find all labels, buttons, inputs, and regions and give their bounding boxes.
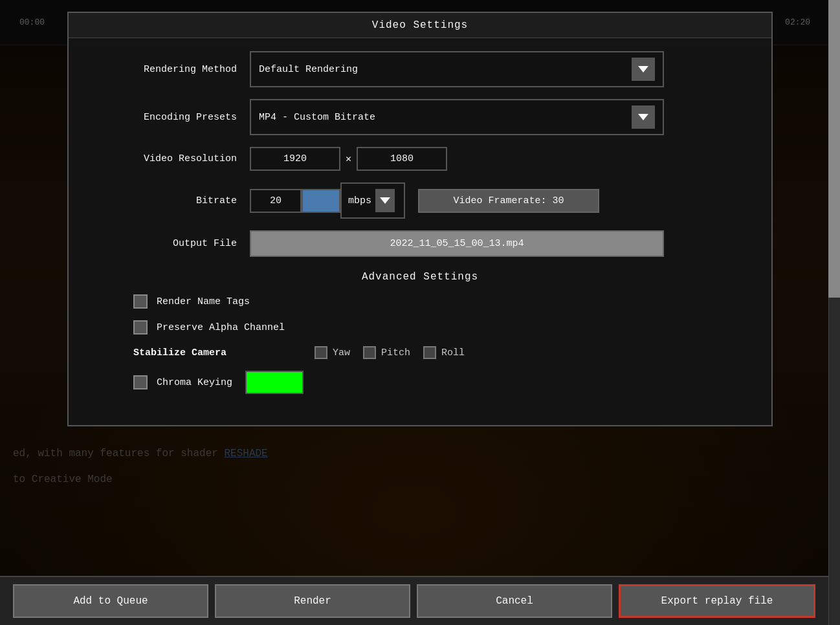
- chroma-keying-checkbox[interactable]: [133, 375, 148, 389]
- video-resolution-control: ✕: [250, 147, 746, 171]
- bitrate-unit-arrow[interactable]: [375, 189, 395, 212]
- scrollbar-thumb[interactable]: [828, 0, 840, 298]
- resolution-width-input[interactable]: [250, 147, 340, 171]
- rendering-method-row: Rendering Method Default Rendering: [94, 51, 746, 87]
- render-button[interactable]: Render: [215, 584, 410, 618]
- encoding-presets-label: Encoding Presets: [94, 112, 250, 123]
- video-resolution-row: Video Resolution ✕: [94, 147, 746, 171]
- rendering-method-value: Default Rendering: [259, 64, 358, 75]
- multiply-sign: ✕: [346, 153, 351, 165]
- chroma-color-swatch[interactable]: [245, 371, 304, 394]
- add-to-queue-button[interactable]: Add to Queue: [13, 584, 208, 618]
- render-name-tags-checkbox[interactable]: [133, 294, 148, 309]
- bitrate-control: mbps Video Framerate: 30: [250, 182, 746, 219]
- encoding-presets-value: MP4 - Custom Bitrate: [259, 112, 375, 123]
- output-file-label: Output File: [94, 238, 250, 249]
- bitrate-input[interactable]: [250, 189, 302, 213]
- resolution-height-input[interactable]: [357, 147, 447, 171]
- preserve-alpha-checkbox[interactable]: [133, 320, 148, 334]
- video-resolution-label: Video Resolution: [94, 153, 250, 164]
- encoding-presets-row: Encoding Presets MP4 - Custom Bitrate: [94, 99, 746, 135]
- rendering-method-dropdown[interactable]: Default Rendering: [250, 51, 664, 87]
- bitrate-unit-dropdown[interactable]: mbps: [340, 182, 405, 219]
- chevron-down-icon: [638, 114, 648, 120]
- advanced-settings-title: Advanced Settings: [94, 271, 746, 283]
- bottom-bar: Add to Queue Render Cancel Export replay…: [0, 576, 828, 625]
- render-name-tags-label: Render Name Tags: [157, 296, 250, 307]
- output-file-row: Output File 2022_11_05_15_00_13.mp4: [94, 230, 746, 257]
- export-replay-button[interactable]: Export replay file: [619, 584, 815, 618]
- encoding-presets-dropdown[interactable]: MP4 - Custom Bitrate: [250, 99, 664, 135]
- yaw-option: Yaw: [315, 346, 350, 359]
- video-settings-modal: Video Settings Rendering Method Default …: [67, 12, 773, 426]
- chroma-keying-label: Chroma Keying: [157, 377, 232, 388]
- output-file-field[interactable]: 2022_11_05_15_00_13.mp4: [250, 230, 664, 257]
- pitch-checkbox[interactable]: [363, 346, 376, 359]
- chroma-keying-row: Chroma Keying: [94, 371, 746, 394]
- bitrate-row: Bitrate mbps Video Framerate: 30: [94, 182, 746, 219]
- rendering-method-label: Rendering Method: [94, 64, 250, 75]
- bitrate-highlight: [302, 189, 340, 213]
- modal-title: Video Settings: [69, 13, 771, 38]
- stabilize-camera-label: Stabilize Camera: [133, 347, 315, 358]
- chevron-down-icon: [638, 66, 648, 72]
- pitch-option: Pitch: [363, 346, 410, 359]
- render-name-tags-row: Render Name Tags: [94, 294, 746, 309]
- encoding-presets-control[interactable]: MP4 - Custom Bitrate: [250, 99, 746, 135]
- stabilize-camera-row: Stabilize Camera Yaw Pitch Roll: [94, 346, 746, 359]
- preserve-alpha-row: Preserve Alpha Channel: [94, 320, 746, 334]
- rendering-method-control[interactable]: Default Rendering: [250, 51, 746, 87]
- pitch-label: Pitch: [381, 347, 410, 358]
- bitrate-unit-label: mbps: [344, 195, 375, 206]
- roll-checkbox[interactable]: [423, 346, 436, 359]
- modal-body: Rendering Method Default Rendering Encod…: [69, 38, 771, 425]
- bitrate-label: Bitrate: [94, 195, 250, 206]
- scrollbar-track[interactable]: [828, 0, 840, 625]
- output-file-control[interactable]: 2022_11_05_15_00_13.mp4: [250, 230, 746, 257]
- roll-label: Roll: [441, 347, 465, 358]
- rendering-method-arrow[interactable]: [632, 58, 655, 81]
- chevron-down-icon: [380, 197, 390, 204]
- roll-option: Roll: [423, 346, 465, 359]
- yaw-checkbox[interactable]: [315, 346, 327, 359]
- cancel-button[interactable]: Cancel: [417, 584, 612, 618]
- encoding-presets-arrow[interactable]: [632, 105, 655, 129]
- yaw-label: Yaw: [333, 347, 350, 358]
- preserve-alpha-label: Preserve Alpha Channel: [157, 322, 285, 333]
- framerate-button[interactable]: Video Framerate: 30: [418, 189, 599, 213]
